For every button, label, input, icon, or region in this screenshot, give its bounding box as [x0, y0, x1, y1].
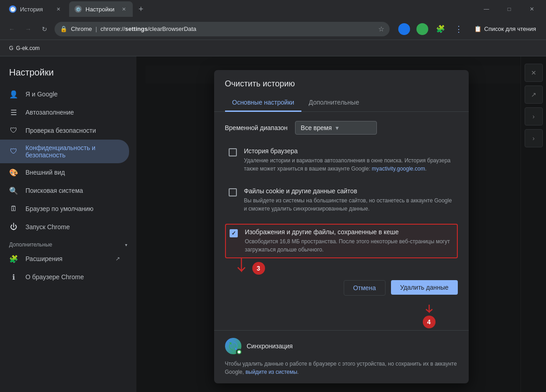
extensions-button[interactable]: 🧩	[433, 22, 448, 36]
delete-button-wrapper: Удалить данные	[391, 280, 458, 296]
sidebar-item-extensions[interactable]: 🧩 Расширения ↗	[0, 250, 129, 268]
profile-avatar-green	[416, 23, 428, 35]
time-range-label: Временной диапазон	[225, 124, 288, 131]
select-arrow-icon: ▾	[336, 124, 339, 131]
time-range-select[interactable]: Все время ▾	[295, 121, 377, 135]
bookmark-icon[interactable]: ☆	[378, 25, 384, 33]
cookies-content: Файлы cookie и другие данные сайтов Вы в…	[244, 187, 454, 213]
dialog-overlay: Очистить историю Основные настройки Допо…	[136, 56, 546, 392]
sidebar-item-privacy[interactable]: 🛡 Конфиденциальность и безопасность	[0, 140, 129, 163]
sidebar-item-label: Проверка безопасности	[25, 127, 96, 134]
tab-settings-close[interactable]: ✕	[120, 5, 127, 13]
sidebar-item-about-label: О браузере Chrome	[25, 273, 84, 281]
checkbox-cache[interactable]	[230, 229, 238, 237]
sidebar-item-label: Конфиденциальность и безопасность	[25, 144, 120, 159]
sidebar-item-about[interactable]: ℹ О браузере Chrome	[0, 268, 129, 286]
checkbox-item-cookies: Файлы cookie и другие данные сайтов Вы в…	[225, 184, 458, 216]
sidebar-item-extensions-label: Расширения	[25, 255, 62, 262]
search-engine-icon: 🔍	[9, 186, 18, 195]
annotation-4-group: 4	[422, 305, 436, 328]
checkbox-history[interactable]	[229, 148, 237, 156]
annotation-4-arrow	[422, 305, 436, 316]
chrome-menu-button[interactable]: ⋮	[451, 22, 466, 36]
bookmark-label: G-ek.com	[16, 45, 40, 51]
bookmarks-bar: G G-ek.com	[0, 40, 546, 56]
titlebar: 🕐 История ✕ ⚙️ Настройки ✕ + — □ ✕	[0, 0, 546, 18]
cookies-desc: Вы выйдете из системы на большинстве сай…	[244, 196, 454, 213]
dialog-body: Временной диапазон Все время ▾ История б…	[214, 112, 469, 275]
main-layout: Настройки 👤 Я и Google ☰ Автозаполнение …	[0, 56, 546, 392]
sidebar-item-label: Поисковая система	[25, 187, 83, 194]
minimize-button[interactable]: —	[476, 3, 497, 15]
sidebar-item-startup[interactable]: ⏻ Запуск Chrome	[0, 218, 129, 236]
profile-icon: 👤	[9, 90, 18, 99]
annotation-4-row: 4	[214, 305, 469, 330]
tab-settings-label: Настройки	[85, 6, 115, 13]
reload-button[interactable]: ↻	[38, 23, 51, 35]
cancel-button[interactable]: Отмена	[344, 280, 386, 296]
annotation-3-container: 3	[232, 258, 265, 275]
tab-settings[interactable]: ⚙️ Настройки ✕	[69, 1, 133, 17]
add-tab-button[interactable]: +	[135, 3, 147, 15]
tab-basic[interactable]: Основные настройки	[225, 94, 302, 112]
back-button[interactable]: ←	[5, 23, 18, 35]
default-browser-icon: 🗓	[9, 204, 18, 213]
close-button[interactable]: ✕	[521, 3, 542, 15]
sidebar-item-appearance[interactable]: 🎨 Внешний вид	[0, 163, 129, 181]
time-range-value: Все время	[301, 124, 332, 131]
sync-avatar	[225, 338, 241, 354]
sidebar-item-search[interactable]: 🔍 Поисковая система	[0, 181, 129, 200]
tab-advanced[interactable]: Дополнительные	[301, 94, 366, 112]
maximize-button[interactable]: □	[499, 3, 520, 15]
section-arrow-icon: ▾	[125, 242, 127, 247]
sidebar-item-label: Запуск Chrome	[25, 223, 70, 231]
extensions-icon: 🧩	[9, 254, 18, 263]
address-right: ☆	[378, 25, 384, 33]
cookies-title: Файлы cookie и другие данные сайтов	[244, 187, 454, 195]
annotation-badge-4: 4	[423, 316, 436, 328]
reading-list-button[interactable]: 📋 Список для чтения	[470, 24, 541, 34]
dialog-header: Очистить историю	[214, 70, 469, 89]
sidebar-section-advanced[interactable]: Дополнительные ▾	[0, 236, 136, 250]
history-content: История браузера Удаление истории и вари…	[244, 147, 454, 173]
delete-button[interactable]: Удалить данные	[391, 280, 458, 295]
history-tab-icon: 🕐	[9, 5, 16, 13]
checkbox-item-history: История браузера Удаление истории и вари…	[225, 144, 458, 176]
tab-history-close[interactable]: ✕	[55, 5, 62, 13]
sidebar-item-security-check[interactable]: 🛡 Проверка безопасности	[0, 121, 129, 140]
cache-desc: Освободится 16,8 МБ пространства. После …	[245, 237, 453, 254]
sidebar-item-profile[interactable]: 👤 Я и Google	[0, 85, 129, 103]
profile-button[interactable]	[397, 22, 411, 36]
sidebar-item-autofill[interactable]: ☰ Автозаполнение	[0, 103, 129, 121]
time-range-row: Временной диапазон Все время ▾	[225, 121, 458, 135]
annotation-badge-3: 3	[252, 262, 265, 275]
toolbar-right: 🧩 ⋮ 📋 Список для чтения	[397, 22, 541, 36]
bookmark-g-ek[interactable]: G G-ek.com	[5, 43, 43, 53]
profile-green-button[interactable]	[415, 22, 430, 36]
address-box[interactable]: 🔒 Chrome | chrome://settings/clearBrowse…	[55, 22, 390, 36]
sync-avatar-badge	[236, 349, 242, 355]
appearance-icon: 🎨	[9, 168, 18, 177]
external-link-icon: ↗	[115, 256, 120, 262]
sidebar: Настройки 👤 Я и Google ☰ Автозаполнение …	[0, 56, 136, 392]
autofill-icon: ☰	[9, 108, 18, 117]
sync-header: Синхронизация	[225, 338, 458, 354]
tab-history[interactable]: 🕐 История ✕	[4, 1, 67, 17]
addressbar: ← → ↻ 🔒 Chrome | chrome://settings/clear…	[0, 18, 546, 40]
annotation-4-container	[225, 280, 338, 296]
history-link[interactable]: myactivity.google.com	[372, 166, 425, 172]
sidebar-item-default-browser[interactable]: 🗓 Браузер по умолчанию	[0, 200, 129, 218]
forward-button[interactable]: →	[22, 23, 35, 35]
cache-item-wrapper: Изображения и другие файлы, сохраненные …	[225, 224, 458, 258]
dialog-tabs: Основные настройки Дополнительные	[214, 94, 469, 112]
sidebar-item-label: Браузер по умолчанию	[25, 205, 94, 212]
sync-logout-link[interactable]: выйдите из системы	[245, 369, 297, 375]
checkbox-cookies[interactable]	[229, 188, 237, 196]
sidebar-item-label: Автозаполнение	[25, 109, 74, 116]
content-area: ✕ ↗ › › Очистить историю Основные настро…	[136, 56, 546, 392]
sync-desc: Чтобы удалить данные о работе в браузере…	[225, 360, 458, 376]
annotation-3-arrow	[232, 258, 250, 275]
sidebar-title: Настройки	[0, 64, 136, 85]
history-desc: Удаление истории и вариантов автозаполне…	[244, 156, 454, 173]
sidebar-item-label: Внешний вид	[25, 169, 65, 176]
